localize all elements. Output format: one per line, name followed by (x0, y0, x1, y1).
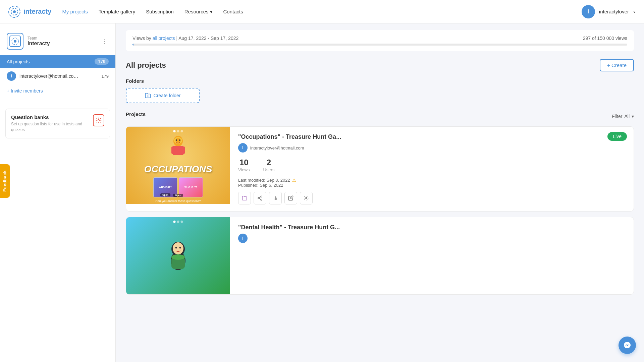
project-stats-occupations: 10 Views 2 Users (238, 158, 626, 172)
svg-point-18 (258, 197, 259, 199)
filter-dropdown[interactable]: Filter All ▾ (612, 114, 634, 119)
project-actions-occupations (238, 192, 626, 204)
warning-icon: ⚠ (292, 178, 296, 183)
svg-point-33 (171, 254, 185, 260)
logo[interactable]: interacty (8, 5, 51, 18)
svg-point-29 (173, 242, 183, 254)
sub-thumb-2: WHO IS IT? Open (179, 177, 203, 197)
all-projects-count: 179 (95, 58, 109, 65)
project-settings-button[interactable] (300, 192, 313, 204)
team-name: Interacty (28, 41, 50, 47)
svg-point-6 (98, 120, 100, 121)
project-info-dental: "Dental Health" - Treasure Hunt G... I (230, 217, 634, 294)
dot-3 (181, 221, 183, 223)
bar-chart-icon (273, 195, 278, 201)
messenger-icon (623, 341, 631, 349)
sidebar-user-avatar: I (7, 71, 16, 81)
project-owner-dental: I (238, 234, 626, 243)
sidebar-user-item[interactable]: I interactylover@hotmail.co… 179 (0, 68, 115, 84)
nav-resources[interactable]: Resources ▾ (184, 9, 213, 15)
team-menu-button[interactable]: ⋮ (100, 36, 109, 46)
project-info-occupations: "Occupations" - Treasure Hunt Ga... I in… (230, 127, 634, 211)
open-badge-1: Open (160, 193, 170, 196)
project-thumbnail-occupations: OCCUPATIONS WHO IS IT? Open WHO IS IT? O… (126, 127, 230, 204)
svg-point-16 (179, 139, 180, 141)
team-logo (7, 33, 23, 50)
messenger-button[interactable] (619, 337, 636, 354)
live-badge: Live (607, 132, 627, 141)
user-name[interactable]: interactylover (599, 9, 629, 14)
dot-2 (177, 221, 179, 223)
team-text: Team Interacty (28, 36, 50, 47)
svg-point-31 (179, 247, 181, 249)
owner-avatar-occupations: I (238, 143, 248, 153)
question-banks-subtitle: Set up question lists for use in tests a… (11, 121, 93, 133)
views-stat: 10 Views (238, 158, 250, 172)
chevron-down-icon: ▾ (210, 9, 213, 15)
invite-members-button[interactable]: + Invite members (0, 84, 115, 98)
project-name-dental: "Dental Health" - Treasure Hunt G... (238, 224, 626, 231)
project-share-button[interactable] (254, 192, 266, 204)
team-label: Team (28, 36, 50, 41)
projects-section-label: Projects (126, 111, 146, 117)
thumbnail-caption: Can you answer these questions? (155, 199, 201, 203)
published-date: Published: Sep 6, 2022 (238, 183, 626, 188)
dot-2 (177, 130, 179, 132)
project-thumbnail-dental (126, 217, 230, 294)
project-card-dental: "Dental Health" - Treasure Hunt G... I (126, 217, 634, 295)
svg-point-2 (13, 10, 16, 13)
feedback-tab[interactable]: Feedback (0, 164, 10, 198)
dot-3 (181, 130, 183, 132)
owner-email-occupations: interactylover@hotmail.com (250, 145, 304, 150)
nav-links: My projects Template gallery Subscriptio… (62, 9, 581, 15)
views-label: Views (238, 167, 250, 172)
svg-point-19 (261, 199, 262, 200)
team-info: Team Interacty (7, 33, 50, 50)
dot-1 (173, 221, 176, 223)
svg-rect-11 (171, 146, 175, 154)
views-count: 297 of 150 000 views (583, 36, 627, 41)
owner-avatar-dental: I (238, 234, 248, 243)
sidebar-all-projects[interactable]: All projects 179 (0, 55, 115, 68)
logo-icon (8, 5, 21, 18)
nav-my-projects[interactable]: My projects (62, 9, 88, 14)
svg-line-21 (259, 197, 261, 198)
nav-subscription[interactable]: Subscription (146, 9, 174, 14)
dot-1 (173, 130, 176, 132)
user-menu-chevron[interactable]: ∨ (633, 9, 636, 14)
svg-point-5 (14, 40, 16, 43)
svg-point-17 (261, 196, 262, 197)
projects-header: All projects + Create (126, 59, 634, 71)
project-name-occupations: "Occupations" - Treasure Hunt Ga... (238, 133, 626, 140)
all-projects-title: All projects (126, 61, 166, 70)
project-meta-occupations: Last modified: Sep 8, 2022 ⚠ Published: … (238, 178, 626, 188)
invite-members-label: + Invite members (7, 88, 43, 94)
sidebar: Team Interacty ⋮ All projects 179 I inte… (0, 23, 116, 362)
project-stats-button[interactable] (269, 192, 282, 204)
logo-text: interacty (23, 8, 51, 15)
question-banks-gear-button[interactable] (93, 114, 104, 126)
project-folder-button[interactable] (238, 192, 251, 204)
nav-contacts[interactable]: Contacts (223, 9, 243, 14)
nav-template-gallery[interactable]: Template gallery (99, 9, 135, 14)
create-button[interactable]: + Create (600, 59, 634, 71)
team-header: Team Interacty ⋮ (0, 30, 115, 55)
settings-icon (304, 195, 309, 201)
views-progress-bar (132, 44, 627, 46)
character-icon (168, 134, 188, 161)
views-value: 10 (238, 158, 250, 167)
users-label: Users (263, 167, 274, 172)
svg-point-25 (306, 197, 307, 199)
users-stat: 2 Users (263, 158, 274, 172)
all-projects-label: All projects (7, 59, 30, 64)
project-edit-button[interactable] (284, 192, 297, 204)
main-content: Views by all projects | Aug 17, 2022 - S… (116, 23, 644, 362)
navbar: interacty My projects Template gallery S… (0, 0, 644, 23)
edit-icon (288, 195, 293, 201)
views-label: Views by all projects | Aug 17, 2022 - S… (132, 36, 238, 41)
occupations-title: OCCUPATIONS (144, 164, 212, 175)
last-modified: Last modified: Sep 8, 2022 (238, 178, 290, 183)
navbar-right: I interactylover ∨ (582, 5, 636, 18)
user-avatar[interactable]: I (582, 5, 595, 18)
create-folder-button[interactable]: Create folder (126, 88, 200, 103)
